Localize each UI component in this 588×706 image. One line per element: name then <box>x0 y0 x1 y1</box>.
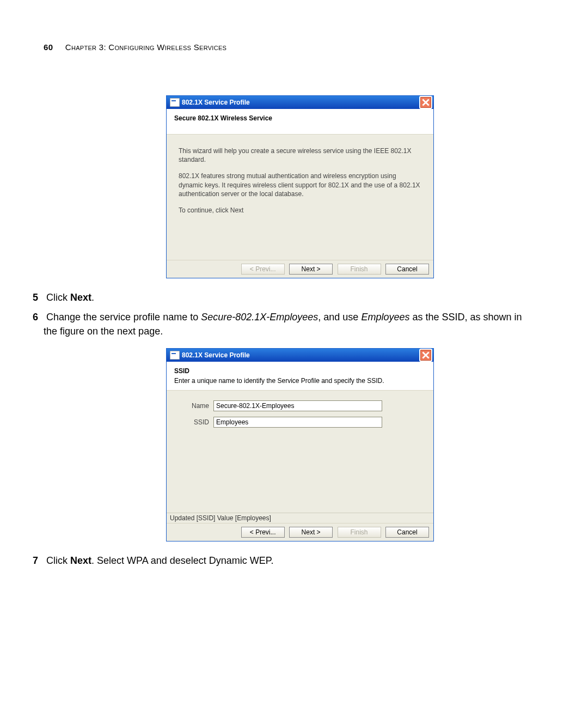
intro-paragraph-2: 802.1X features strong mutual authentica… <box>179 172 421 198</box>
ssid-label: SSID <box>181 418 213 426</box>
step-number: 7 <box>25 553 38 568</box>
name-label: Name <box>181 402 213 410</box>
close-button[interactable] <box>419 96 432 109</box>
close-icon <box>422 351 430 359</box>
step-6: 6 Change the service profile name to Sec… <box>44 310 536 338</box>
app-icon <box>170 98 180 107</box>
status-bar: Updated [SSID] Value [Employees] <box>167 513 433 523</box>
step-text: Click Next. Select WPA and deselect Dyna… <box>46 555 274 566</box>
prev-button: < Previ... <box>241 264 285 275</box>
subheading-text: Secure 802.1X Wireless Service <box>174 114 426 122</box>
dialog-body: Name SSID <box>167 391 433 513</box>
step-text: Click Next. <box>46 292 94 303</box>
titlebar[interactable]: 802.1X Service Profile <box>167 96 433 109</box>
titlebar[interactable]: 802.1X Service Profile <box>167 349 433 362</box>
app-icon <box>170 351 180 360</box>
prev-button[interactable]: < Previ... <box>241 527 285 538</box>
window-title: 802.1X Service Profile <box>182 351 250 359</box>
close-icon <box>422 99 430 106</box>
close-button[interactable] <box>419 349 432 362</box>
finish-button: Finish <box>338 264 381 275</box>
intro-paragraph-1: This wizard will help you create a secur… <box>179 147 421 164</box>
dialog-body: This wizard will help you create a secur… <box>167 135 433 260</box>
step-number: 5 <box>25 290 38 305</box>
dialog-subheader: SSID Enter a unique name to identify the… <box>167 362 433 391</box>
ssid-input[interactable] <box>213 417 382 428</box>
button-bar: < Previ... Next > Finish Cancel <box>167 260 433 278</box>
dialog-subheader: Secure 802.1X Wireless Service <box>167 109 433 135</box>
intro-paragraph-3: To continue, click Next <box>179 206 421 215</box>
step-text: Change the service profile name to Secur… <box>44 312 522 337</box>
step-7: 7 Click Next. Select WPA and deselect Dy… <box>44 553 536 568</box>
service-profile-dialog-ssid: 802.1X Service Profile SSID Enter a uniq… <box>166 348 434 541</box>
step-number: 6 <box>25 310 38 324</box>
cancel-button[interactable]: Cancel <box>385 527 429 538</box>
subheading-desc: Enter a unique name to identify the Serv… <box>174 377 426 385</box>
name-input[interactable] <box>213 400 382 411</box>
service-profile-dialog-step1: 802.1X Service Profile Secure 802.1X Wir… <box>166 95 434 278</box>
page-number: 60 <box>44 42 53 52</box>
chapter-title: Chapter 3: Configuring Wireless Services <box>65 42 226 52</box>
page-header: 60 Chapter 3: Configuring Wireless Servi… <box>44 42 536 52</box>
next-button[interactable]: Next > <box>289 527 333 538</box>
cancel-button[interactable]: Cancel <box>385 264 429 275</box>
window-title: 802.1X Service Profile <box>182 99 250 106</box>
subheading-text: SSID <box>174 367 426 375</box>
step-5: 5 Click Next. <box>44 290 536 305</box>
next-button[interactable]: Next > <box>289 264 333 275</box>
finish-button: Finish <box>338 527 381 538</box>
button-bar: < Previ... Next > Finish Cancel <box>167 523 433 541</box>
